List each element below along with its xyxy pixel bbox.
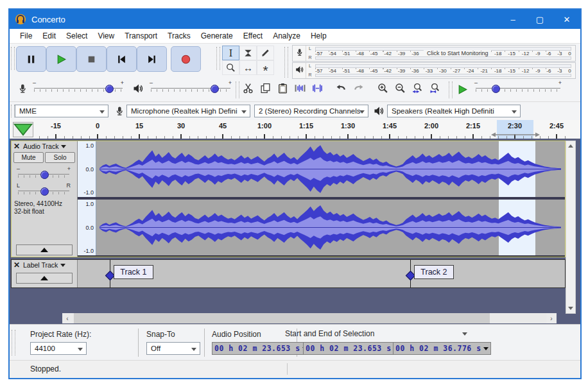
redo-button[interactable]: [350, 81, 367, 98]
selection-resize-arrows-icon[interactable]: [491, 132, 540, 138]
copy-button[interactable]: [257, 81, 273, 98]
recording-device-select[interactable]: Microphone (Realtek High Defini: [126, 105, 250, 117]
label-track-content[interactable]: Track 1Track 2: [78, 260, 565, 287]
track-name[interactable]: Label Track: [23, 261, 58, 269]
menu-item-edit[interactable]: Edit: [37, 30, 61, 42]
vertical-scrollbar[interactable]: [566, 141, 576, 314]
project-rate-select[interactable]: 44100: [30, 342, 87, 355]
recording-volume-slider[interactable]: – +: [33, 81, 124, 95]
toolbar-grip[interactable]: [216, 47, 220, 70]
snap-to-select[interactable]: Off: [146, 342, 200, 355]
playback-volume-slider[interactable]: – +: [150, 81, 232, 95]
selection-end-field[interactable]: 00 h 02 m 36.776 s: [393, 342, 491, 355]
menu-item-generate[interactable]: Generate: [196, 30, 238, 42]
track-menu-dropdown-icon[interactable]: [60, 264, 65, 267]
stop-button[interactable]: [76, 46, 107, 72]
monitoring-hint[interactable]: Click to Start Monitoring: [424, 50, 492, 56]
skip-to-start-button[interactable]: [107, 46, 137, 72]
timeline-ruler[interactable]: -1501530451:001:151:301:452:002:152:302:…: [34, 120, 566, 139]
track-collapse-button[interactable]: [16, 244, 73, 255]
dropdown-arrow-icon[interactable]: [483, 347, 489, 350]
zoom-to-selection-button[interactable]: [409, 81, 426, 98]
selection-tool-button[interactable]: I: [222, 46, 239, 60]
selection-mode-select[interactable]: Start and End of Selection: [282, 328, 472, 339]
playback-meter[interactable]: LR -57-54-51-48-45-42-39-36-33-30-27-24-…: [292, 62, 576, 79]
menu-item-help[interactable]: Help: [306, 30, 332, 42]
undo-button[interactable]: [333, 81, 349, 98]
play-at-speed-button[interactable]: [454, 81, 471, 98]
recording-channels-select[interactable]: 2 (Stereo) Recording Channels: [254, 105, 368, 117]
selection-start-field[interactable]: 00 h 02 m 23.653 s: [303, 342, 401, 355]
audio-track[interactable]: ✕ Audio Track Mute Solo – + L R: [11, 141, 566, 257]
label-chip[interactable]: Track 1: [114, 265, 153, 279]
track-menu-dropdown-icon[interactable]: [61, 145, 66, 148]
slider-thumb[interactable]: [40, 171, 49, 179]
playback-device-select[interactable]: Speakers (Realtek High Definiti: [387, 105, 521, 117]
menu-item-file[interactable]: File: [15, 30, 37, 42]
waveform-right[interactable]: [96, 200, 565, 255]
timeline[interactable]: -1501530451:001:151:301:452:002:152:302:…: [10, 120, 580, 139]
skip-to-end-button[interactable]: [137, 46, 167, 72]
scroll-down-arrow-icon[interactable]: [566, 304, 575, 313]
track-close-button[interactable]: ✕: [13, 142, 21, 151]
play-button[interactable]: [46, 46, 76, 72]
zoom-out-button[interactable]: [392, 81, 408, 98]
audio-host-select[interactable]: MME: [15, 105, 108, 117]
solo-button[interactable]: Solo: [45, 152, 75, 163]
left-channel[interactable]: 1.0 0.0 -1.0: [78, 141, 565, 197]
audio-position-field[interactable]: 00 h 02 m 23.653 s: [212, 342, 310, 355]
zoom-in-button[interactable]: [374, 81, 391, 98]
toolbar-grip[interactable]: [11, 47, 15, 70]
menu-item-effect[interactable]: Effect: [238, 30, 268, 42]
meter-scale-value: -45: [370, 51, 378, 56]
vertical-ruler[interactable]: 1.0 0.0 -1.0: [78, 200, 96, 255]
slider-thumb[interactable]: [492, 85, 500, 93]
trim-audio-button[interactable]: [291, 81, 308, 98]
menu-item-select[interactable]: Select: [61, 30, 92, 42]
label-chip[interactable]: Track 2: [414, 265, 453, 279]
scrollbar-thumb[interactable]: [74, 313, 490, 323]
pan-slider[interactable]: L R: [17, 184, 71, 198]
slider-thumb[interactable]: [40, 187, 49, 196]
label-track[interactable]: ✕ Label Track Track 1Track 2: [11, 259, 566, 288]
scroll-left-arrow-icon[interactable]: ‹: [62, 313, 73, 323]
multi-tool-button[interactable]: *: [257, 60, 274, 75]
zoom-tool-button[interactable]: [222, 60, 239, 75]
gain-slider[interactable]: – +: [17, 167, 71, 181]
title-bar[interactable]: Concerto – ▢ ✕: [10, 10, 580, 29]
toolbar-grip[interactable]: [284, 47, 288, 78]
draw-tool-button[interactable]: [257, 46, 274, 60]
slider-thumb[interactable]: [105, 85, 114, 93]
slider-thumb[interactable]: [211, 85, 219, 93]
envelope-tool-button[interactable]: [239, 46, 257, 60]
track-collapse-button[interactable]: [16, 273, 73, 284]
scroll-up-arrow-icon[interactable]: [566, 141, 575, 151]
waveform-left[interactable]: [96, 141, 565, 197]
close-button[interactable]: ✕: [553, 10, 580, 29]
mute-button[interactable]: Mute: [13, 152, 44, 163]
quickplay-pin-button[interactable]: [13, 122, 33, 137]
toolbar-grip[interactable]: [449, 81, 453, 98]
record-button[interactable]: [171, 46, 201, 72]
vertical-ruler[interactable]: 1.0 0.0 -1.0: [78, 141, 96, 197]
menu-item-tracks[interactable]: Tracks: [162, 30, 196, 42]
minimize-button[interactable]: –: [499, 10, 526, 29]
silence-audio-button[interactable]: [309, 81, 325, 98]
menu-item-view[interactable]: View: [92, 30, 119, 42]
pause-button[interactable]: [16, 46, 46, 72]
maximize-button[interactable]: ▢: [526, 10, 553, 29]
zoom-to-fit-button[interactable]: [426, 81, 443, 98]
toolbar-grip[interactable]: [12, 330, 15, 355]
recording-meter[interactable]: LR -57-54-51-48-45-42-39-36-33-30-27-24-…: [292, 45, 576, 62]
cut-button[interactable]: [239, 81, 256, 98]
menu-item-transport[interactable]: Transport: [119, 30, 162, 42]
timeshift-tool-button[interactable]: ↔: [239, 60, 257, 75]
play-speed-slider[interactable]: – +: [474, 81, 562, 95]
menu-item-analyze[interactable]: Analyze: [268, 30, 306, 42]
right-channel[interactable]: 1.0 0.0 -1.0: [78, 200, 565, 255]
horizontal-scrollbar[interactable]: ‹ ›: [62, 313, 557, 323]
track-name[interactable]: Audio Track: [23, 142, 58, 150]
scroll-right-arrow-icon[interactable]: ›: [546, 313, 557, 323]
paste-button[interactable]: [274, 81, 291, 98]
track-close-button[interactable]: ✕: [13, 261, 21, 270]
